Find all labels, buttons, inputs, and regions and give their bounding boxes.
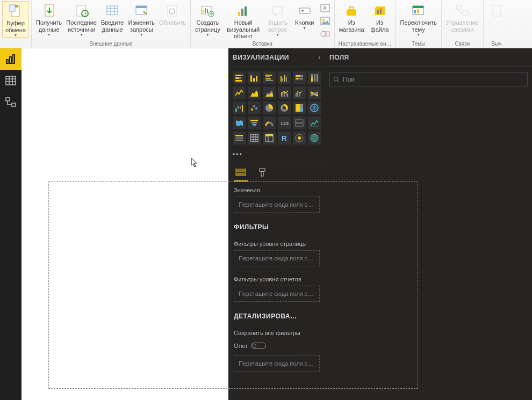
new-page-button[interactable]: Создатьстраницу ▼ — [193, 1, 222, 37]
viz-filled-map[interactable] — [233, 117, 246, 129]
svg-point-123 — [334, 77, 338, 81]
viz-kpi[interactable] — [308, 117, 321, 129]
fields-header[interactable]: ПОЛЯ — [325, 48, 532, 67]
viz-clustered-bar[interactable] — [263, 71, 276, 84]
svg-rect-122 — [261, 171, 263, 176]
viz-stacked-area[interactable] — [263, 86, 276, 99]
svg-rect-39 — [493, 5, 500, 16]
data-view-button[interactable] — [0, 70, 21, 91]
calc-icon — [488, 2, 505, 19]
textbox-button[interactable]: A — [319, 2, 331, 14]
svg-rect-91 — [296, 104, 300, 112]
viz-pie[interactable] — [263, 101, 276, 114]
svg-rect-93 — [300, 108, 303, 112]
svg-rect-99 — [296, 120, 303, 122]
refresh-button[interactable]: Обновить — [157, 1, 188, 26]
viz-arcgis[interactable] — [308, 132, 321, 144]
svg-rect-68 — [296, 75, 300, 77]
viz-py[interactable] — [293, 132, 306, 144]
calc-button[interactable] — [486, 1, 507, 19]
svg-rect-52 — [235, 77, 239, 79]
viz-stacked-column[interactable] — [248, 71, 261, 84]
svg-rect-58 — [256, 76, 257, 82]
viz-stacked-bar[interactable] — [233, 71, 246, 84]
model-view-button[interactable] — [0, 91, 21, 113]
viz-100-stacked-bar[interactable] — [293, 71, 306, 84]
svg-rect-48 — [6, 98, 10, 101]
viz-line-stacked-column[interactable] — [278, 86, 291, 99]
svg-rect-22 — [272, 6, 282, 14]
format-tab[interactable] — [256, 168, 268, 177]
svg-rect-20 — [241, 9, 243, 16]
viz-multirow-card[interactable] — [293, 117, 306, 129]
chevron-down-icon: ▼ — [140, 33, 143, 37]
svg-rect-49 — [12, 103, 16, 106]
viz-waterfall[interactable] — [233, 101, 246, 114]
svg-rect-34 — [413, 6, 423, 8]
report-canvas[interactable] — [21, 48, 228, 400]
svg-rect-65 — [284, 75, 285, 82]
enter-data-button[interactable]: Введитеданные — [99, 1, 126, 33]
keep-filters-toggle[interactable] — [251, 343, 266, 349]
manage-relations-button[interactable]: Управлениесвязями — [444, 1, 481, 33]
viz-line[interactable] — [233, 86, 246, 99]
svg-rect-104 — [235, 140, 243, 141]
visualizations-header[interactable]: ВИЗУАЛИЗАЦИИ › — [228, 48, 325, 67]
svg-rect-53 — [239, 77, 241, 79]
viz-scatter[interactable] — [248, 101, 261, 114]
viz-more-button[interactable]: ••• — [228, 149, 325, 163]
image-button[interactable] — [319, 15, 331, 27]
recent-sources-button[interactable]: Последниеисточники ▼ — [64, 1, 99, 37]
svg-text:A: A — [323, 5, 327, 11]
clipboard-button[interactable]: Буферобмена ▼ — [2, 1, 29, 38]
svg-rect-23 — [299, 8, 310, 13]
svg-rect-77 — [286, 93, 288, 97]
svg-rect-60 — [265, 76, 270, 77]
from-file-button[interactable]: Изфайла — [366, 1, 393, 33]
buttons-icon — [296, 2, 313, 19]
viz-100-stacked-column[interactable] — [308, 71, 321, 84]
canvas-area[interactable] — [21, 48, 228, 400]
viz-treemap[interactable] — [293, 101, 306, 114]
viz-card[interactable]: 123 — [278, 117, 291, 129]
viz-table[interactable] — [248, 132, 261, 144]
viz-gauge[interactable] — [263, 117, 276, 129]
ask-question-button[interactable]: Задатьвопрос ▼ — [264, 1, 291, 37]
svg-rect-41 — [10, 57, 11, 63]
from-store-button[interactable]: Измагазина — [337, 1, 366, 33]
chevron-down-icon: ▼ — [47, 33, 51, 37]
refresh-icon — [164, 2, 181, 19]
viz-map[interactable] — [308, 101, 321, 114]
group-label-external-data: Внешние данные — [89, 41, 132, 48]
svg-rect-51 — [241, 75, 243, 76]
svg-rect-105 — [250, 134, 258, 142]
viz-funnel[interactable] — [248, 117, 261, 129]
enter-data-icon — [104, 2, 121, 19]
new-visual-button[interactable]: Новый визуальныйобъект — [222, 1, 264, 40]
shapes-button[interactable] — [319, 28, 331, 40]
viz-area[interactable] — [248, 86, 261, 99]
viz-line-clustered-column[interactable] — [293, 86, 306, 99]
svg-rect-97 — [253, 124, 256, 126]
get-data-button[interactable]: Получитьданные ▼ — [34, 1, 64, 37]
viz-matrix[interactable] — [263, 132, 276, 144]
fields-search-input[interactable]: Пои — [329, 72, 528, 86]
edit-queries-button[interactable]: Изменитьзапросы ▼ — [126, 1, 157, 37]
svg-rect-42 — [13, 55, 15, 63]
visual-placeholder[interactable] — [48, 181, 418, 389]
viz-donut[interactable] — [278, 101, 291, 114]
svg-rect-50 — [235, 75, 241, 76]
viz-slicer[interactable] — [233, 132, 246, 144]
report-view-button[interactable] — [0, 48, 21, 70]
svg-rect-38 — [463, 11, 468, 15]
viz-ribbon[interactable] — [308, 86, 321, 99]
viz-clustered-column[interactable] — [278, 71, 291, 84]
from-file-icon — [371, 2, 389, 19]
fields-tab[interactable] — [235, 168, 247, 177]
viz-r[interactable]: R — [278, 132, 291, 144]
svg-rect-59 — [265, 75, 272, 76]
buttons-button[interactable]: Кнопки ▼ — [291, 1, 318, 30]
svg-rect-56 — [250, 75, 252, 76]
switch-theme-button[interactable]: Переключитьтему ▼ — [398, 1, 439, 37]
ribbon: Буферобмена ▼ Получитьданные ▼ Последние… — [0, 0, 532, 48]
